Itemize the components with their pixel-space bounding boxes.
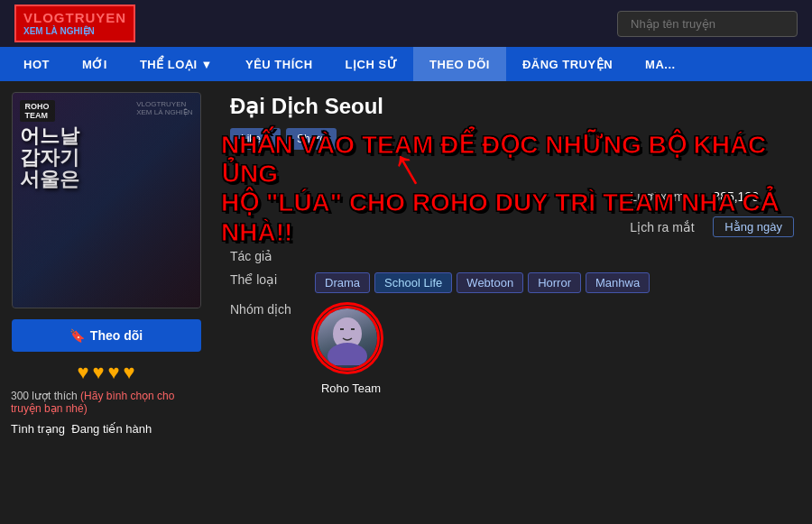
main-content: ROHOTEAM 어느날갑자기서울은 VLOGTRUYENXEM LÀ NGHI…: [0, 81, 812, 524]
likes-count: 300 lượt thích: [11, 390, 78, 402]
tag-webtoon[interactable]: Webtoon: [457, 272, 523, 293]
left-panel: ROHOTEAM 어느날갑자기서울은 VLOGTRUYENXEM LÀ NGHI…: [0, 81, 212, 524]
nav-the-loai[interactable]: THỂ LOẠI ▼: [124, 47, 229, 81]
nav-more[interactable]: MA...: [629, 47, 692, 81]
search-input[interactable]: [617, 11, 798, 37]
promo-overlay-text: NHẤN VÀO TEAM ĐỂ ĐỌC NHỮNG BỘ KHÁC ỦNG H…: [221, 131, 803, 247]
tag-horror[interactable]: Horror: [528, 272, 581, 293]
status-row: Tình trạng Đang tiến hành: [11, 422, 200, 436]
avatar-svg: [320, 311, 374, 365]
header: VLOGTRUYEN XEM LÀ NGHIỆN: [0, 0, 812, 47]
nav-lich-su[interactable]: LỊCH SỬ: [329, 47, 414, 81]
logo-main-text: VLOGTRUYEN: [23, 10, 126, 26]
star-3[interactable]: ♥: [108, 361, 120, 384]
right-panel: Đại Dịch Seoul Like 0 Share NHẤN VÀO TEA…: [212, 81, 812, 524]
team-avatar[interactable]: [315, 306, 380, 371]
logo-sub-text: XEM LÀ NGHIỆN: [23, 26, 126, 37]
follow-button[interactable]: 🔖 Theo dõi: [12, 319, 201, 352]
team-area: Roho Team: [315, 306, 387, 395]
nav-yeu-thich[interactable]: YÊU THÍCH: [229, 47, 329, 81]
star-1[interactable]: ♥: [77, 361, 88, 384]
watermark: VLOGTRUYENXEM LÀ NGHIỆN: [136, 100, 192, 116]
bookmark-icon: 🔖: [69, 328, 85, 343]
tag-drama[interactable]: Drama: [315, 272, 370, 293]
genre-tags: Drama School Life Webtoon Horror Manhwa: [315, 272, 650, 293]
star-2[interactable]: ♥: [92, 361, 104, 384]
promo-line-1: NHẤN VÀO TEAM ĐỂ ĐỌC NHỮNG BỘ KHÁC ỦNG: [221, 131, 803, 188]
site-logo[interactable]: VLOGTRUYEN XEM LÀ NGHIỆN: [14, 5, 135, 42]
info-section: Tác giả Thể loại Drama School Life Webto…: [230, 249, 794, 395]
promo-line-2: HỘ "LÚA" CHO ROHO DUY TRÌ TEAM NHA CẢ NH…: [221, 188, 803, 246]
team-name: Roho Team: [321, 382, 381, 395]
nav-bar: HOT MỚI THỂ LOẠI ▼ YÊU THÍCH LỊCH SỬ THE…: [0, 47, 812, 81]
team-avatar-wrap: [315, 306, 387, 378]
the-loai-row: Thể loại Drama School Life Webtoon Horro…: [230, 272, 794, 293]
the-loai-label: Thể loại: [230, 272, 302, 287]
svg-point-1: [328, 343, 367, 365]
nav-moi[interactable]: MỚI: [66, 47, 124, 81]
logo-area: VLOGTRUYEN XEM LÀ NGHIỆN: [14, 5, 135, 42]
team-avatar-inner: [318, 308, 377, 368]
star-4[interactable]: ♥: [124, 361, 135, 384]
nhom-dich-row: Nhóm dịch: [230, 302, 794, 395]
status-label: Tình trạng: [11, 422, 65, 436]
follow-label: Theo dõi: [90, 328, 143, 343]
tac-gia-label: Tác giả: [230, 249, 302, 263]
manga-cover: ROHOTEAM 어느날갑자기서울은 VLOGTRUYENXEM LÀ NGHI…: [12, 92, 201, 308]
likes-text: 300 lượt thích (Hãy bình chọn cho truyện…: [11, 390, 201, 415]
nav-dang-truyen[interactable]: ĐĂNG TRUYỆN: [506, 47, 629, 81]
nhom-dich-label: Nhóm dịch: [230, 302, 302, 317]
tag-school[interactable]: School Life: [374, 272, 452, 293]
nav-hot[interactable]: HOT: [7, 47, 66, 81]
nav-theo-doi[interactable]: THEO DÕI: [413, 47, 506, 81]
tac-gia-row: Tác giả: [230, 249, 794, 263]
tag-manhwa[interactable]: Manhwa: [586, 272, 650, 293]
status-value: Đang tiến hành: [71, 422, 152, 436]
manga-title: Đại Dịch Seoul: [230, 94, 794, 119]
star-rating: ♥ ♥ ♥ ♥: [77, 361, 134, 384]
